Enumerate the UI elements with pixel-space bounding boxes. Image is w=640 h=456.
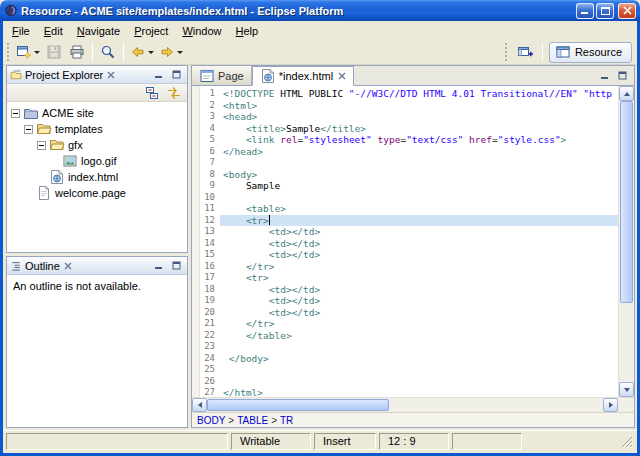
code-line-13[interactable]: 13 <td></td>	[200, 226, 618, 238]
editor-tab-index-html[interactable]: *index.html	[252, 66, 354, 86]
minimize-view-button[interactable]	[152, 260, 165, 272]
code-line-4[interactable]: 4 <title>Sample</title>	[200, 123, 618, 135]
menu-file[interactable]: File	[5, 23, 37, 39]
code-line-26[interactable]: 26	[200, 376, 618, 388]
collapse-all-button[interactable]	[143, 85, 161, 101]
horizontal-scroll-track[interactable]	[207, 398, 603, 412]
code-line-6[interactable]: 6</head>	[200, 146, 618, 158]
minimize-button[interactable]	[576, 3, 594, 19]
horizontal-scrollbar[interactable]	[192, 398, 618, 412]
code-line-9[interactable]: 9 Sample	[200, 180, 618, 192]
menu-window[interactable]: Window	[175, 23, 228, 39]
tree-item-gfx[interactable]: gfx	[7, 137, 187, 153]
new-wizard-button[interactable]	[14, 41, 42, 63]
menu-project[interactable]: Project	[127, 23, 175, 39]
scroll-left-button[interactable]	[192, 398, 207, 412]
breadcrumb-item-table[interactable]: TABLE	[237, 415, 268, 426]
line-number: 8	[200, 169, 220, 181]
minimize-view-button[interactable]	[152, 69, 165, 81]
outline-close-button[interactable]	[64, 262, 72, 270]
project-explorer-tree[interactable]: ACME sitetemplatesgfxlogo.gifindex.htmlw…	[7, 102, 187, 252]
editor-tab-page[interactable]: Page	[192, 66, 252, 85]
resize-grip-icon[interactable]	[620, 435, 634, 449]
tree-item-acme-site[interactable]: ACME site	[7, 105, 187, 121]
maximize-button[interactable]	[596, 3, 614, 19]
code-line-10[interactable]: 10	[200, 192, 618, 204]
save-button[interactable]	[43, 41, 65, 63]
tree-item-logo-gif[interactable]: logo.gif	[7, 153, 187, 169]
editor-body: 1<!DOCTYPE HTML PUBLIC "-//W3C//DTD HTML…	[192, 86, 634, 397]
code-editor[interactable]: 1<!DOCTYPE HTML PUBLIC "-//W3C//DTD HTML…	[200, 86, 618, 397]
maximize-editor-button[interactable]	[616, 70, 629, 82]
project-explorer-close-button[interactable]	[107, 71, 115, 79]
tree-item-templates[interactable]: templates	[7, 121, 187, 137]
tree-item-index-html[interactable]: index.html	[7, 169, 187, 185]
code-line-7[interactable]: 7	[200, 157, 618, 169]
tree-expander-icon[interactable]	[11, 109, 20, 118]
forward-button[interactable]	[157, 41, 185, 63]
code-line-19[interactable]: 19 <td></td>	[200, 295, 618, 307]
code-line-16[interactable]: 16 </tr>	[200, 261, 618, 273]
code-line-20[interactable]: 20 <td></td>	[200, 307, 618, 319]
code-line-2[interactable]: 2<html>	[200, 100, 618, 112]
horizontal-scroll-thumb[interactable]	[207, 399, 389, 411]
open-perspective-icon	[517, 44, 533, 60]
dropdown-arrow-icon[interactable]	[34, 51, 40, 54]
code-line-14[interactable]: 14 <td></td>	[200, 238, 618, 250]
link-with-editor-button[interactable]	[165, 85, 183, 101]
vertical-scroll-thumb[interactable]	[620, 101, 633, 303]
maximize-view-button[interactable]	[170, 69, 183, 81]
perspective-bar-drag-handle[interactable]	[505, 43, 508, 61]
code-line-12[interactable]: 12 <tr>	[200, 215, 618, 227]
outline-header[interactable]: Outline	[7, 257, 187, 275]
code-line-24[interactable]: 24 </body>	[200, 353, 618, 365]
code-line-21[interactable]: 21 </tr>	[200, 318, 618, 330]
code-line-3[interactable]: 3<head>	[200, 111, 618, 123]
code-line-25[interactable]: 25	[200, 364, 618, 376]
tree-expander-icon[interactable]	[37, 141, 46, 150]
image-file-icon	[62, 153, 78, 169]
code-line-27[interactable]: 27</html>	[200, 387, 618, 397]
dropdown-arrow-icon[interactable]	[148, 51, 154, 54]
code-line-8[interactable]: 8<body>	[200, 169, 618, 181]
back-button[interactable]	[128, 41, 156, 63]
code-line-17[interactable]: 17 <tr>	[200, 272, 618, 284]
vertical-scrollbar[interactable]	[618, 86, 634, 397]
minimize-editor-button[interactable]	[598, 70, 611, 82]
code-line-15[interactable]: 15 <td></td>	[200, 249, 618, 261]
outline-controls	[152, 260, 183, 272]
code-line-22[interactable]: 22 </table>	[200, 330, 618, 342]
menu-navigate[interactable]: Navigate	[70, 23, 127, 39]
code-line-18[interactable]: 18 <td></td>	[200, 284, 618, 296]
tree-item-welcome-page[interactable]: welcome.page	[7, 185, 187, 201]
project-icon	[23, 105, 39, 121]
dropdown-arrow-icon[interactable]	[177, 51, 183, 54]
breadcrumb-item-tr[interactable]: TR	[280, 415, 293, 426]
project-explorer-header[interactable]: Project Explorer	[7, 66, 187, 84]
editor-tab-bar: Page*index.html	[192, 66, 634, 86]
close-button[interactable]	[618, 3, 636, 19]
menu-help[interactable]: Help	[229, 23, 266, 39]
tab-close-button[interactable]	[338, 72, 346, 80]
annotation-ruler[interactable]	[192, 86, 200, 397]
title-bar[interactable]: Resource - ACME site/templates/index.htm…	[0, 0, 640, 21]
maximize-view-button[interactable]	[170, 260, 183, 272]
perspective-resource-button[interactable]: Resource	[549, 42, 632, 63]
code-line-23[interactable]: 23	[200, 341, 618, 353]
tree-spacer	[37, 173, 46, 182]
toolbar-drag-handle[interactable]	[7, 43, 10, 61]
vertical-scroll-track[interactable]	[619, 101, 634, 382]
breadcrumb-item-body[interactable]: BODY	[197, 415, 225, 426]
code-line-11[interactable]: 11 <table>	[200, 203, 618, 215]
print-button[interactable]	[66, 41, 88, 63]
menu-edit[interactable]: Edit	[37, 23, 70, 39]
scroll-right-button[interactable]	[603, 398, 618, 412]
breadcrumb: BODY>TABLE>TR	[192, 412, 634, 427]
scroll-down-button[interactable]	[619, 382, 634, 397]
code-line-5[interactable]: 5 <link rel="stylesheet" type="text/css"…	[200, 134, 618, 146]
scroll-up-button[interactable]	[619, 86, 634, 101]
tree-expander-icon[interactable]	[24, 125, 33, 134]
open-perspective-button[interactable]	[514, 41, 536, 63]
code-line-1[interactable]: 1<!DOCTYPE HTML PUBLIC "-//W3C//DTD HTML…	[200, 88, 618, 100]
search-button[interactable]	[97, 41, 119, 63]
